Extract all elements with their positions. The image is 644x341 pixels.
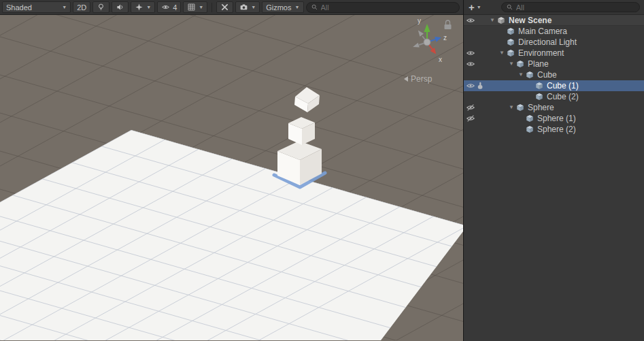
- tools-icon: [220, 3, 229, 12]
- hierarchy-row-cube[interactable]: ▼ Cube: [464, 69, 644, 80]
- gameobject-icon: [525, 125, 535, 134]
- foldout-icon[interactable]: ▼: [488, 15, 496, 26]
- pick-hand-icon[interactable]: [475, 81, 485, 91]
- tools-button[interactable]: [216, 1, 233, 13]
- hierarchy-item-label: Environment: [518, 48, 564, 59]
- hierarchy-item-label: Directional Light: [518, 37, 577, 48]
- 2d-label: 2D: [77, 3, 86, 12]
- persp-arrow-icon: [404, 76, 408, 82]
- hierarchy-panel: + ▼ ▼ New Scene Main Camera: [463, 0, 644, 341]
- foldout-icon[interactable]: ▼: [517, 69, 525, 80]
- scene-icon: [496, 16, 506, 25]
- search-icon: [506, 3, 513, 11]
- 2d-toggle[interactable]: 2D: [73, 1, 90, 13]
- gameobject-icon: [515, 59, 525, 69]
- gameobject-icon: [506, 37, 515, 47]
- chevron-down-icon: ▼: [199, 5, 203, 10]
- axis-x-label[interactable]: x: [439, 56, 442, 63]
- hierarchy-row-sphere[interactable]: ▼ Sphere: [464, 102, 644, 113]
- hierarchy-row-main-camera[interactable]: Main Camera: [464, 26, 644, 37]
- cube-object[interactable]: [288, 117, 315, 145]
- gizmos-dropdown[interactable]: Gizmos ▼: [262, 1, 303, 13]
- gizmos-label: Gizmos: [266, 3, 291, 12]
- eye-off-icon[interactable]: [466, 103, 475, 112]
- gameobject-icon: [525, 70, 535, 80]
- chevron-down-icon: ▼: [477, 5, 481, 10]
- hierarchy-row-plane[interactable]: ▼ Plane: [464, 59, 644, 69]
- hierarchy-row-cube-2[interactable]: Cube (2): [464, 91, 644, 102]
- gameobject-icon: [506, 48, 515, 58]
- foldout-icon[interactable]: ▼: [507, 59, 515, 69]
- scene-view[interactable]: y z x Persp: [0, 15, 463, 341]
- toolbar-separator: [211, 3, 212, 12]
- chevron-down-icon: ▼: [295, 5, 300, 10]
- chevron-down-icon: ▼: [62, 5, 67, 10]
- grid-visual-dropdown[interactable]: ▼: [183, 1, 207, 13]
- hierarchy-row-environment[interactable]: ▼ Environment: [464, 48, 644, 59]
- draw-mode-dropdown[interactable]: Shaded ▼: [2, 1, 71, 13]
- scene-search[interactable]: [306, 2, 460, 13]
- axis-z-label[interactable]: z: [443, 34, 447, 42]
- hierarchy-item-label: Sphere (2): [537, 124, 576, 135]
- grid-icon: [187, 3, 196, 12]
- audio-icon: [116, 3, 124, 12]
- camera-icon: [239, 3, 248, 12]
- search-icon: [311, 3, 318, 11]
- effects-icon: [135, 3, 143, 12]
- ground-plane[interactable]: [0, 130, 463, 340]
- hierarchy-search[interactable]: [501, 2, 640, 12]
- lock-icon[interactable]: [445, 20, 452, 29]
- audio-toggle[interactable]: [112, 1, 129, 13]
- foldout-icon[interactable]: ▼: [498, 48, 506, 59]
- hierarchy-item-label: New Scene: [509, 15, 552, 26]
- lighting-icon: [97, 3, 105, 12]
- projection-label: Persp: [411, 74, 432, 84]
- effects-dropdown[interactable]: ▼: [131, 1, 155, 13]
- unity-editor: Shaded ▼ 2D ▼ 4 ▼: [0, 0, 644, 341]
- scene-visibility-toggle[interactable]: 4: [157, 1, 181, 13]
- camera-settings-dropdown[interactable]: ▼: [235, 1, 260, 13]
- plus-icon: +: [469, 2, 475, 12]
- chevron-down-icon: ▼: [251, 5, 256, 10]
- orientation-gizmo[interactable]: y z x: [413, 17, 447, 63]
- cube-object[interactable]: [294, 87, 320, 112]
- hierarchy-toolbar: + ▼: [464, 0, 644, 15]
- draw-mode-label: Shaded: [6, 3, 32, 12]
- eye-icon[interactable]: [466, 48, 475, 58]
- hierarchy-row-cube-1[interactable]: Cube (1): [464, 80, 644, 91]
- chevron-down-icon: ▼: [146, 5, 151, 10]
- hierarchy-item-label: Sphere: [528, 102, 554, 113]
- hierarchy-row-sphere-1[interactable]: Sphere (1): [464, 113, 644, 124]
- visibility-icon: [161, 3, 170, 12]
- hierarchy-row-new-scene[interactable]: ▼ New Scene: [464, 15, 644, 26]
- projection-toggle[interactable]: Persp: [404, 74, 432, 84]
- hierarchy-tree: ▼ New Scene Main Camera Directional Ligh…: [464, 15, 644, 341]
- hidden-count: 4: [173, 3, 177, 12]
- lighting-toggle[interactable]: [92, 1, 109, 13]
- hierarchy-item-label: Sphere (1): [537, 113, 576, 124]
- axis-y-label[interactable]: y: [418, 17, 421, 25]
- scene-pane: Shaded ▼ 2D ▼ 4 ▼: [0, 0, 463, 341]
- eye-off-icon[interactable]: [466, 114, 475, 123]
- eye-icon[interactable]: [466, 16, 475, 25]
- gameobject-icon: [515, 103, 525, 112]
- hierarchy-item-label: Cube: [537, 69, 557, 80]
- gameobject-icon: [535, 92, 544, 101]
- hierarchy-row-sphere-2[interactable]: Sphere (2): [464, 124, 644, 135]
- scene-search-input[interactable]: [321, 3, 456, 12]
- create-menu-button[interactable]: + ▼: [467, 2, 484, 12]
- eye-icon[interactable]: [466, 59, 475, 69]
- gameobject-icon: [535, 81, 544, 91]
- hierarchy-item-label: Main Camera: [518, 26, 567, 37]
- hierarchy-item-label: Cube (1): [547, 80, 579, 91]
- hierarchy-row-directional-light[interactable]: Directional Light: [464, 37, 644, 48]
- hierarchy-search-input[interactable]: [516, 3, 635, 12]
- scene-view-toolbar: Shaded ▼ 2D ▼ 4 ▼: [0, 0, 463, 15]
- gameobject-icon: [506, 27, 515, 36]
- foldout-icon[interactable]: ▼: [507, 102, 515, 113]
- gameobject-icon: [525, 114, 535, 123]
- hierarchy-item-label: Cube (2): [547, 91, 579, 102]
- eye-icon[interactable]: [466, 81, 475, 91]
- hierarchy-item-label: Plane: [528, 59, 549, 69]
